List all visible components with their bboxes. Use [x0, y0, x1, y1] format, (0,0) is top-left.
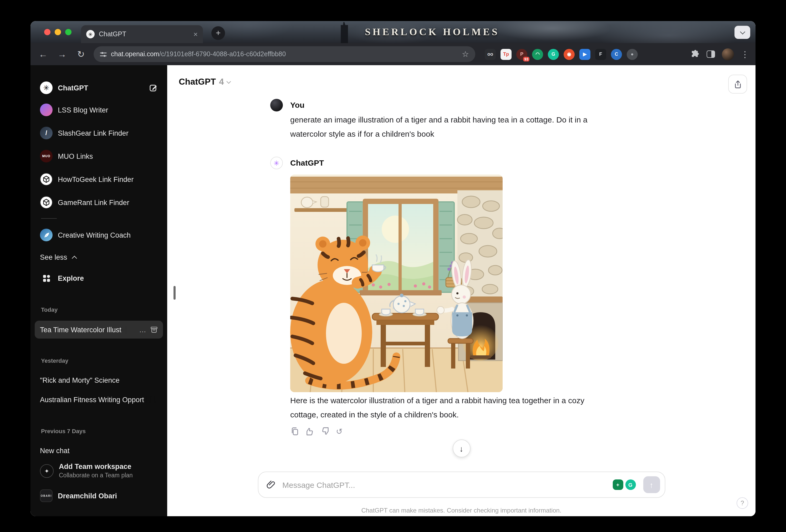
thumbs-down-icon[interactable]	[321, 427, 330, 436]
extension-glyph: Tp	[503, 51, 509, 57]
address-bar[interactable]: chat.openai.com/c/19101e8f-6790-4088-a01…	[94, 46, 475, 62]
extension-icon[interactable]: ◉	[563, 49, 575, 60]
extension-glyph: oo	[487, 51, 493, 57]
extension-badge: 93	[523, 56, 529, 61]
browser-menu-icon[interactable]: ⋮	[741, 49, 749, 59]
browser-profile-avatar[interactable]	[722, 48, 734, 60]
chat-title: Tea Time Watercolor Illust	[40, 326, 134, 333]
minimize-window-button[interactable]	[55, 29, 61, 35]
extension-icon[interactable]: oo	[485, 49, 496, 60]
grammarly-extension-icon[interactable]: G	[548, 49, 559, 60]
zoom-window-button[interactable]	[65, 29, 71, 35]
model-selector[interactable]: ChatGPT 4	[179, 77, 230, 87]
grammarly-icon[interactable]: G	[625, 480, 635, 490]
chatgpt-avatar-icon: ✳	[270, 157, 283, 169]
extension-overlay-icon[interactable]: +	[612, 480, 623, 490]
sidebar-toggle-handle[interactable]	[174, 286, 176, 300]
chevron-down-icon	[740, 29, 745, 34]
sparkle-icon: ✦	[40, 464, 54, 478]
extension-icon[interactable]: ◠	[532, 49, 543, 60]
browser-tab[interactable]: ✳ ChatGPT ×	[81, 25, 203, 43]
see-less-label: See less	[40, 253, 67, 261]
copy-icon[interactable]	[290, 427, 299, 436]
add-team-workspace-button[interactable]: ✦ Add Team workspace Collaborate on a Te…	[35, 461, 163, 482]
muo-links-icon: MUO	[40, 150, 52, 162]
chat-options-icon[interactable]: …	[139, 326, 146, 333]
send-button[interactable]: ↑	[643, 476, 660, 493]
sidebar-item-chatgpt[interactable]: ✳ ChatGPT	[35, 78, 163, 97]
site-settings-icon[interactable]	[100, 51, 107, 57]
back-button[interactable]: ←	[37, 50, 49, 59]
side-panel-icon[interactable]	[707, 50, 715, 58]
extension-icon[interactable]: Tp	[501, 49, 512, 60]
extension-icon[interactable]: C	[611, 49, 622, 60]
extensions-puzzle-icon[interactable]	[691, 50, 700, 59]
chatgpt-favicon-icon: ✳	[86, 30, 95, 38]
extension-icon[interactable]: P93	[516, 49, 527, 60]
new-tab-button[interactable]: +	[211, 26, 225, 40]
sidebar-item-label: LSS Blog Writer	[58, 106, 158, 114]
chat-history-item[interactable]: "Rick and Morty" Science	[35, 371, 163, 389]
desktop: ✳ ChatGPT × + SHERLOCK HOLMES ← → ↻ ch	[0, 0, 786, 532]
generated-image[interactable]	[290, 175, 503, 392]
close-window-button[interactable]	[44, 29, 50, 35]
chat-history-item[interactable]: Australian Fitness Writing Opport	[35, 391, 163, 409]
chatgpt-logo-icon: ✳	[40, 82, 52, 94]
attach-file-icon[interactable]	[265, 480, 276, 490]
sidebar-item-gpt[interactable]: GameRant Link Finder	[35, 193, 163, 212]
archive-icon[interactable]	[151, 326, 158, 333]
sidebar-item-label: SlashGear Link Finder	[58, 129, 158, 137]
chat-history-item-selected[interactable]: Tea Time Watercolor Illust …	[35, 321, 163, 339]
tab-title: ChatGPT	[99, 30, 189, 38]
disclaimer-text: ChatGPT can make mistakes. Consider chec…	[167, 507, 756, 514]
extension-glyph: G	[552, 51, 555, 57]
message-author: You	[290, 99, 617, 112]
sidebar-item-gpt[interactable]: Creative Writing Coach	[35, 226, 163, 245]
message-composer[interactable]: + G ↑	[258, 471, 665, 498]
browser-toolbar: ← → ↻ chat.openai.com/c/19101e8f-6790-40…	[30, 43, 756, 65]
sidebar-item-gpt[interactable]: HowToGeek Link Finder	[35, 170, 163, 189]
tab-strip: ✳ ChatGPT × + SHERLOCK HOLMES	[30, 21, 756, 43]
scroll-to-bottom-button[interactable]: ↓	[453, 439, 470, 457]
thumbs-up-icon[interactable]	[305, 427, 315, 436]
chat-title: New chat	[40, 446, 158, 455]
extension-icon[interactable]: ●	[627, 49, 638, 60]
sidebar-item-gpt[interactable]: / SlashGear Link Finder	[35, 123, 163, 142]
chat-history-item[interactable]: New chat	[35, 442, 163, 459]
toolbar-right: ⋮	[691, 48, 749, 60]
howtogeek-link-finder-icon	[40, 173, 52, 186]
tab-close-icon[interactable]: ×	[193, 30, 198, 38]
model-version: 4	[219, 77, 224, 87]
account-name: Dreamchild Obari	[58, 492, 158, 500]
share-button[interactable]	[728, 75, 747, 94]
tab-search-button[interactable]	[735, 26, 750, 39]
chevron-up-icon	[72, 255, 77, 261]
see-less-button[interactable]: See less	[35, 248, 163, 267]
chat-title: "Rick and Morty" Science	[40, 376, 158, 384]
new-chat-icon[interactable]	[149, 84, 158, 92]
creative-writing-coach-icon	[40, 229, 52, 241]
bookmark-star-icon[interactable]: ☆	[462, 49, 469, 59]
account-button[interactable]: OBARI Dreamchild Obari	[35, 486, 163, 505]
chat-main: ChatGPT 4 You ge	[167, 65, 756, 516]
extension-icon[interactable]: F	[595, 49, 606, 60]
extension-glyph: ●	[631, 51, 634, 57]
chat-title: Australian Fitness Writing Opport	[40, 396, 158, 403]
big-ben-silhouette	[340, 22, 349, 43]
extension-icon[interactable]: ▶	[579, 49, 591, 60]
message-thread: You generate an image illustration of a …	[270, 99, 617, 452]
forward-button[interactable]: →	[56, 50, 68, 59]
sidebar-divider	[41, 218, 57, 219]
sidebar-item-gpt[interactable]: LSS Blog Writer	[35, 100, 163, 119]
explore-grid-icon	[40, 274, 52, 282]
user-message: You generate an image illustration of a …	[270, 99, 617, 141]
message-author: ChatGPT	[290, 157, 617, 169]
sidebar-item-explore[interactable]: Explore	[35, 269, 163, 287]
message-input[interactable]	[281, 480, 607, 490]
help-button[interactable]: ?	[737, 497, 748, 509]
reload-button[interactable]: ↻	[75, 50, 87, 59]
chevron-down-icon	[226, 79, 231, 84]
sidebar-item-label: HowToGeek Link Finder	[58, 175, 158, 183]
regenerate-icon[interactable]: ↺	[336, 427, 343, 435]
sidebar-item-gpt[interactable]: MUO MUO Links	[35, 147, 163, 166]
